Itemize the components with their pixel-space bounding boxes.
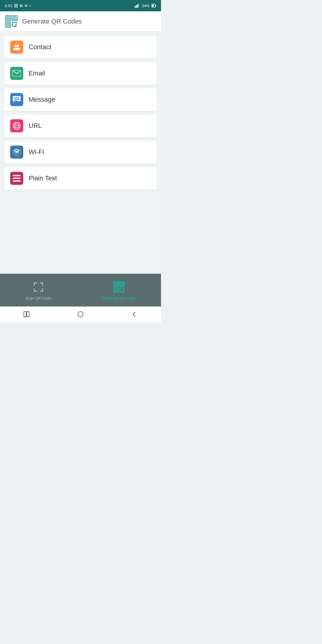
svg-rect-34 — [14, 100, 18, 101]
svg-rect-45 — [13, 175, 21, 176]
svg-rect-33 — [14, 99, 19, 100]
svg-rect-65 — [122, 284, 122, 284]
svg-rect-55 — [121, 288, 123, 289]
image-status-icon: 🖼 — [14, 4, 18, 8]
svg-rect-18 — [16, 24, 17, 25]
back-icon — [132, 311, 137, 318]
back-button[interactable] — [125, 308, 143, 320]
home-icon — [77, 311, 84, 318]
svg-rect-64 — [116, 284, 116, 284]
svg-rect-59 — [120, 291, 121, 292]
plaintext-icon-wrap — [10, 172, 23, 185]
svg-rect-3 — [138, 4, 139, 8]
scan-qr-icon — [31, 280, 46, 294]
svg-rect-20 — [14, 26, 17, 27]
svg-rect-56 — [123, 288, 124, 289]
status-bar-left: 6:55 🖼 N ✉ • — [5, 4, 31, 8]
svg-point-28 — [17, 45, 19, 47]
scan-qr-label: Scan QR Code — [25, 296, 51, 301]
wifi-icon-wrap — [10, 145, 23, 159]
svg-rect-16 — [16, 22, 17, 23]
svg-rect-5 — [156, 5, 156, 7]
bottom-nav: Scan QR Code — [0, 274, 161, 306]
page-title: Generate QR Codes — [22, 18, 82, 25]
email-icon — [13, 70, 21, 77]
notification-icon: N — [20, 4, 22, 8]
svg-rect-0 — [135, 6, 136, 8]
svg-marker-35 — [14, 101, 15, 102]
plaintext-label: Plain Text — [29, 174, 57, 182]
generate-qr-icon — [112, 280, 126, 294]
menu-item-contact[interactable]: Contact — [4, 36, 157, 58]
home-button[interactable] — [72, 308, 89, 320]
email-label: Email — [29, 69, 45, 77]
dot-icon: • — [30, 4, 31, 8]
wifi-icon — [13, 148, 21, 156]
svg-rect-6 — [152, 5, 154, 7]
recent-apps-button[interactable] — [18, 308, 36, 320]
battery-icon — [151, 4, 156, 7]
svg-rect-15 — [14, 22, 15, 23]
svg-rect-26 — [7, 24, 9, 25]
main-content: Contact Email Message — [0, 32, 161, 274]
url-label: URL — [29, 122, 42, 130]
app-logo-icon — [5, 15, 18, 28]
svg-rect-32 — [14, 97, 19, 98]
svg-rect-24 — [7, 18, 9, 19]
svg-rect-58 — [123, 290, 124, 291]
status-bar: 6:55 🖼 N ✉ • 34% — [0, 0, 161, 11]
svg-point-27 — [14, 45, 17, 47]
svg-rect-17 — [12, 24, 13, 25]
app-header: Generate QR Codes — [0, 11, 161, 32]
svg-rect-25 — [14, 18, 15, 19]
signal-icon — [135, 4, 140, 8]
svg-rect-1 — [136, 5, 137, 8]
svg-rect-68 — [27, 312, 29, 317]
menu-item-plaintext[interactable]: Plain Text — [4, 167, 157, 190]
menu-item-email[interactable]: Email — [4, 62, 157, 85]
svg-rect-14 — [12, 22, 13, 23]
menu-item-message[interactable]: Message — [4, 88, 157, 111]
svg-rect-47 — [13, 180, 21, 182]
nav-generate-qr[interactable]: Generate QR Code — [93, 278, 145, 303]
svg-rect-66 — [116, 290, 116, 290]
plaintext-icon — [13, 175, 21, 182]
generate-qr-label: Generate QR Code — [102, 296, 136, 301]
svg-rect-69 — [78, 312, 83, 317]
status-bar-right: 34% — [135, 4, 156, 8]
gmail-icon: ✉ — [24, 4, 28, 8]
svg-rect-19 — [12, 26, 13, 27]
svg-rect-2 — [137, 4, 138, 8]
message-label: Message — [29, 96, 55, 103]
url-icon — [13, 122, 21, 130]
svg-rect-46 — [13, 178, 21, 179]
contact-icon-wrap — [10, 41, 23, 54]
contact-icon — [13, 43, 21, 51]
message-icon — [13, 96, 21, 103]
recent-apps-icon — [24, 311, 30, 317]
wifi-label: Wi-Fi — [29, 148, 44, 156]
contact-label: Contact — [29, 43, 51, 51]
svg-rect-60 — [121, 291, 124, 292]
menu-item-wifi[interactable]: Wi-Fi — [4, 141, 157, 163]
svg-rect-67 — [24, 312, 26, 317]
menu-item-url[interactable]: URL — [4, 114, 157, 137]
battery-percent: 34% — [142, 4, 150, 8]
status-time: 6:55 — [5, 4, 12, 8]
nav-scan-qr[interactable]: Scan QR Code — [16, 278, 60, 303]
svg-rect-57 — [120, 290, 121, 291]
svg-rect-54 — [120, 288, 121, 289]
url-icon-wrap — [10, 119, 23, 132]
android-nav-bar — [0, 306, 161, 322]
message-icon-wrap — [10, 93, 23, 106]
email-icon-wrap — [10, 67, 23, 80]
